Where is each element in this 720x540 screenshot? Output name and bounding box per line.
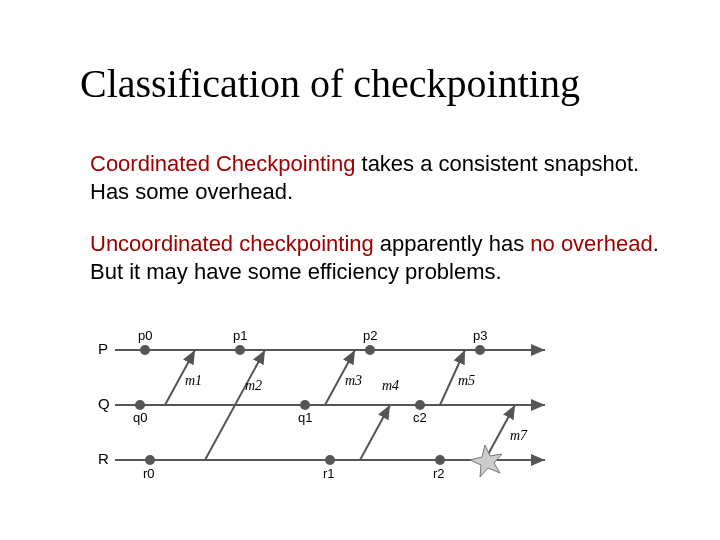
svg-point-9: [415, 400, 425, 410]
paragraph-coordinated: Coordinated Checkpointing takes a consis…: [90, 150, 639, 205]
svg-point-12: [435, 455, 445, 465]
svg-line-16: [360, 405, 390, 460]
text: takes a consistent snapshot.: [355, 151, 639, 176]
label-m2: m2: [245, 378, 262, 393]
text: But it may have some efficiency problems…: [90, 259, 502, 284]
svg-point-3: [140, 345, 150, 355]
label-p0: p0: [138, 328, 152, 343]
label-q1: q1: [298, 410, 312, 425]
svg-point-6: [475, 345, 485, 355]
svg-point-7: [135, 400, 145, 410]
term-uncoordinated: Uncoordinated checkpointing: [90, 231, 374, 256]
svg-point-4: [235, 345, 245, 355]
svg-point-11: [325, 455, 335, 465]
emph-no-overhead: no overhead: [530, 231, 652, 256]
label-r0: r0: [143, 466, 155, 481]
row-label-p: P: [98, 340, 108, 357]
checkpoint-diagram: P Q R p0 p1 p2 p3 q0 q1 c2 r0 r1 r2 m1 m…: [90, 310, 570, 490]
label-p1: p1: [233, 328, 247, 343]
label-m7: m7: [510, 428, 528, 443]
label-m5: m5: [458, 373, 475, 388]
svg-point-5: [365, 345, 375, 355]
paragraph-uncoordinated: Uncoordinated checkpointing apparently h…: [90, 230, 659, 285]
label-r1: r1: [323, 466, 335, 481]
label-p3: p3: [473, 328, 487, 343]
label-q0: q0: [133, 410, 147, 425]
slide: Classification of checkpointing Coordina…: [0, 0, 720, 540]
svg-point-8: [300, 400, 310, 410]
label-r2: r2: [433, 466, 445, 481]
label-m1: m1: [185, 373, 202, 388]
text: .: [653, 231, 659, 256]
page-title: Classification of checkpointing: [80, 60, 580, 107]
term-coordinated: Coordinated Checkpointing: [90, 151, 355, 176]
svg-point-10: [145, 455, 155, 465]
label-c2: c2: [413, 410, 427, 425]
text: Has some overhead.: [90, 179, 293, 204]
text: apparently has: [374, 231, 531, 256]
row-label-q: Q: [98, 395, 110, 412]
label-m3: m3: [345, 373, 362, 388]
label-p2: p2: [363, 328, 377, 343]
row-label-r: R: [98, 450, 109, 467]
label-m4: m4: [382, 378, 399, 393]
